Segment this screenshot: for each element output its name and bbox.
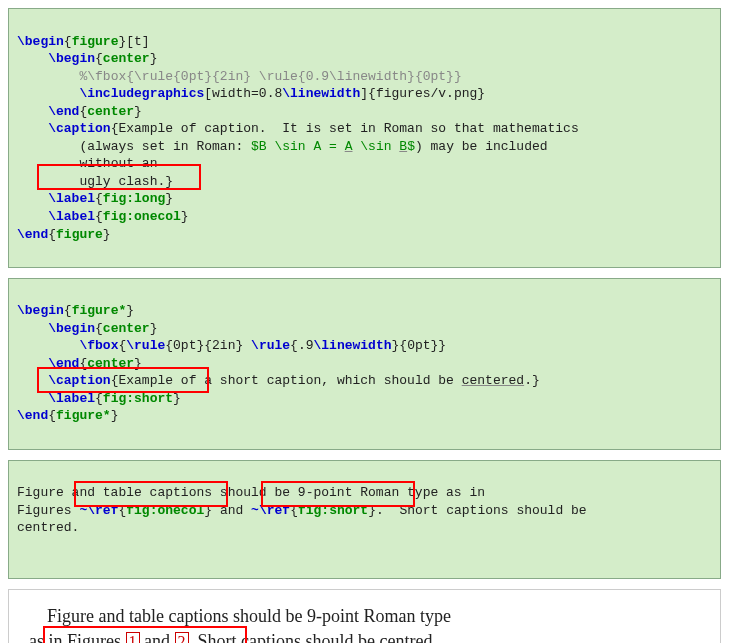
ref-number-2: 2 (175, 632, 189, 643)
ref-fig-short: fig:short (298, 503, 368, 518)
cmd-begin: \begin (17, 34, 64, 49)
cmd-ref: \ref (87, 503, 118, 518)
label-fig-short: fig:short (103, 391, 173, 406)
cmd-includegraphics: \includegraphics (79, 86, 204, 101)
code-block-text-refs: Figure and table captions should be 9-po… (8, 460, 721, 579)
cmd-fbox: \fbox (79, 338, 118, 353)
cmd-end: \end (17, 227, 48, 242)
ref-number-1: 1 (126, 632, 140, 643)
comment-line: %\fbox{\rule{0pt}{2in} \rule{0.9\linewid… (79, 69, 461, 84)
arg-figure-star: figure* (72, 303, 127, 318)
cmd-label: \label (48, 391, 95, 406)
cmd-caption: \caption (48, 121, 110, 136)
code-block-figure-long: \begin{figure}[t] \begin{center} %\fbox{… (8, 8, 721, 268)
arg-figure: figure (72, 34, 119, 49)
rendered-output: Figure and table captions should be 9-po… (8, 589, 721, 643)
arg-center: center (103, 51, 150, 66)
label-fig-onecol: fig:onecol (103, 209, 181, 224)
ref-fig-onecol: fig:onecol (126, 503, 204, 518)
code-block-figure-short: \begin{figure*} \begin{center} \fbox{\ru… (8, 278, 721, 450)
cmd-begin: \begin (17, 303, 64, 318)
cmd-label: \label (48, 191, 95, 206)
cmd-ref: \ref (259, 503, 290, 518)
cmd-end: \end (48, 104, 79, 119)
output-line-2a: as in Figures (29, 631, 126, 643)
output-line-1: Figure and table captions should be 9-po… (47, 606, 451, 626)
cmd-caption: \caption (48, 373, 110, 388)
cmd-label: \label (48, 209, 95, 224)
cmd-begin: \begin (48, 51, 95, 66)
label-fig-long: fig:long (103, 191, 165, 206)
